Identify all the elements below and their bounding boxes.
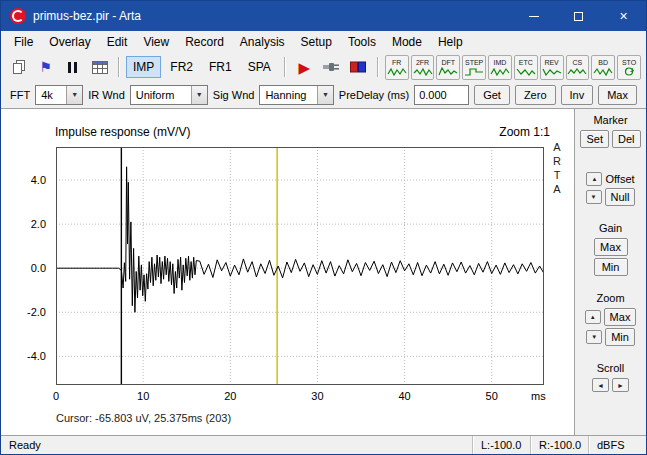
marker-set-button[interactable]: Set [580,130,609,148]
cursor-readout: Cursor: -65.803 uV, 25.375ms (203) [56,412,231,424]
analysis-sto-button[interactable]: STO [617,55,641,80]
zoom-out-button[interactable]: ▼ [586,330,602,344]
y-tick-label: 0.0 [31,262,46,274]
document-icon [12,60,26,74]
close-icon: × [619,9,627,23]
mode-imp-button[interactable]: IMP [126,56,161,78]
analysis-rev-button[interactable]: REV [540,55,564,80]
ir-wnd-select[interactable]: Uniform ▼ [130,85,208,105]
generator-button[interactable] [319,55,344,79]
zoom-row: ▼ Min [586,328,635,346]
window-controls: × [511,1,646,31]
menu-overlay[interactable]: Overlay [41,32,98,52]
zoom-min-button[interactable]: Min [605,328,635,346]
y-tick-label: -4.0 [27,350,46,362]
y-tick-label: 2.0 [31,218,46,230]
menu-edit[interactable]: Edit [99,32,136,52]
fft-value: 4k [36,86,66,104]
analysis-cs-button[interactable]: CS [566,55,590,80]
analysis-bd-button[interactable]: BD [591,55,615,80]
level-left: L:-100.0 [472,436,530,454]
connector-icon [322,62,340,72]
chevron-down-icon[interactable]: ▼ [66,86,82,104]
menu-record[interactable]: Record [177,32,232,52]
zoom-in-button[interactable]: ▲ [585,310,601,324]
invert-button[interactable]: Inv [561,85,594,105]
mode-fr1-button[interactable]: FR1 [202,56,239,78]
offset-down-button[interactable]: ▼ [586,190,602,204]
chevron-down-icon[interactable]: ▼ [191,86,207,104]
gain-row: Max [594,238,628,256]
marker-buttons: Set Del [580,130,640,148]
menu-setup[interactable]: Setup [293,32,340,52]
gain-max-button[interactable]: Max [594,238,628,256]
title-bar: primus-bez.pir - Arta × [1,1,646,31]
x-tick-label: 30 [311,390,323,402]
maximize-ir-button[interactable]: Max [598,85,637,105]
menu-help[interactable]: Help [430,32,471,52]
analysis-imd-button[interactable]: IMD [488,55,512,80]
menu-view[interactable]: View [135,32,177,52]
gain-min-button[interactable]: Min [594,258,628,276]
scroll-left-button[interactable]: ◄ [592,378,609,392]
sig-wnd-select[interactable]: Hanning ▼ [259,85,333,105]
window-title: primus-bez.pir - Arta [33,9,141,23]
fft-select[interactable]: 4k ▼ [35,85,83,105]
marker-flag-button[interactable]: ⚑ [33,55,58,79]
marker-del-button[interactable]: Del [612,130,641,148]
offset-section-label: Offset [605,173,634,185]
predelay-label: PreDelay (ms) [339,89,409,101]
toolbar-separator [284,57,286,77]
y-axis-ticks: 4.02.00.0-2.0-4.0 [1,147,51,385]
open-file-button[interactable] [6,55,31,79]
gain-section-label: Gain [599,222,622,234]
scroll-row: ◄ ► [592,378,629,392]
table-view-button[interactable] [87,55,112,79]
offset-row: ▼ Null [586,188,636,206]
mode-spa-button[interactable]: SPA [241,56,278,78]
soundcard-setup-button[interactable] [346,55,371,79]
ir-wnd-label: IR Wnd [88,89,125,101]
level-right: R:-100.0 [530,436,588,454]
zoom-max-button[interactable]: Max [604,308,637,326]
analysis-dft-button[interactable]: DFT [436,55,460,80]
menu-analysis[interactable]: Analysis [232,32,293,52]
settings-bar: FFT 4k ▼ IR Wnd Uniform ▼ Sig Wnd Hannin… [1,81,646,109]
side-panel: Marker Set Del ▲ Offset ▼ Null Gain Max … [574,109,646,435]
offset-up-button[interactable]: ▲ [586,172,602,186]
y-tick-label: -2.0 [27,306,46,318]
impulse-plot[interactable] [56,147,544,385]
maximize-button[interactable] [556,1,601,31]
record-play-button[interactable]: ▶ [292,55,317,79]
analysis-step-button[interactable]: STEP [462,55,486,80]
scroll-right-button[interactable]: ► [612,378,629,392]
waveform-icon [438,67,458,76]
scroll-section-label: Scroll [597,362,625,374]
flag-icon: ⚑ [39,60,52,74]
menu-file[interactable]: File [6,32,41,52]
predelay-get-button[interactable]: Get [474,85,510,105]
ir-wnd-value: Uniform [131,86,191,104]
minimize-button[interactable] [511,1,556,31]
minimize-icon [529,16,539,17]
arta-app-icon[interactable] [10,8,26,24]
analysis-fr-button[interactable]: FR [385,55,409,80]
offset-null-button[interactable]: Null [605,188,636,206]
chevron-down-icon[interactable]: ▼ [317,86,333,104]
analysis-etc-button[interactable]: ETC [514,55,538,80]
mode-fr2-button[interactable]: FR2 [163,56,200,78]
x-tick-label: 40 [398,390,410,402]
predelay-zero-button[interactable]: Zero [515,85,556,105]
menu-tools[interactable]: Tools [340,32,384,52]
pause-button[interactable] [60,55,85,79]
x-axis-unit: ms [531,390,546,402]
menu-mode[interactable]: Mode [384,32,430,52]
marker-section-label: Marker [593,114,627,126]
waveform-icon [516,67,536,76]
x-axis-ticks: 01020304050 [56,390,544,403]
predelay-input[interactable] [414,85,469,105]
close-button[interactable]: × [601,1,646,31]
table-icon [92,61,108,74]
sig-wnd-label: Sig Wnd [213,89,255,101]
analysis-2fr-button[interactable]: 2FR [411,55,435,80]
